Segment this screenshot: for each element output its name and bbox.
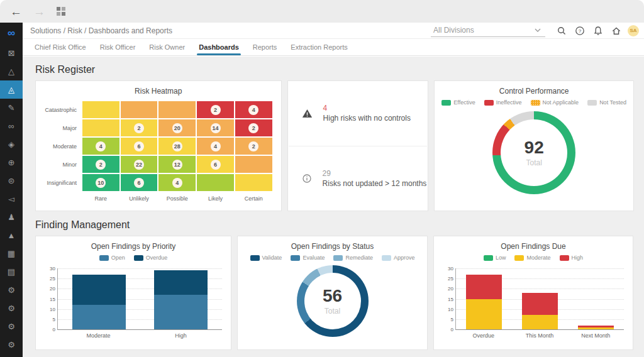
heatmap-cell[interactable]: 4 xyxy=(235,101,272,118)
y-tick-label: 0 xyxy=(437,327,453,332)
heatmap-cell[interactable] xyxy=(235,156,272,173)
heatmap-cell[interactable]: 2 xyxy=(197,101,234,118)
heatmap-cell[interactable]: 6 xyxy=(197,156,234,173)
app-sidebar: ∞⊠△◬✎∞◈⊕⊜◅♟▲▦▤⚙⚙⚙⚙ xyxy=(0,23,23,357)
sidebar-item-documents[interactable]: ▤ xyxy=(0,263,23,281)
help-icon[interactable]: ? xyxy=(575,26,585,36)
y-tick-label: 20 xyxy=(437,286,453,292)
sidebar-item-settings-3[interactable]: ⚙ xyxy=(0,317,23,336)
bar-high[interactable] xyxy=(154,268,208,329)
sidebar-item-globe[interactable]: ⊕ xyxy=(0,153,23,172)
bar-segment-moderate[interactable] xyxy=(466,299,502,330)
sidebar-item-infinity[interactable]: ∞ xyxy=(0,117,23,135)
legend-item-effective[interactable]: Effective xyxy=(441,99,475,106)
search-icon[interactable] xyxy=(557,26,567,36)
bar-segment-high[interactable] xyxy=(522,293,558,316)
heatmap-cell[interactable]: 20 xyxy=(158,119,196,136)
sidebar-item-diamond[interactable]: ◈ xyxy=(0,135,23,153)
breadcrumb[interactable]: Solutions / Risk / Dashboards and Report… xyxy=(23,26,172,35)
tab-chief-risk-office[interactable]: Chief Risk Office xyxy=(28,39,93,55)
heatmap-cell[interactable]: 2 xyxy=(82,156,119,173)
sidebar-item-triangle-outline[interactable]: △ xyxy=(0,62,23,80)
bar-overdue[interactable] xyxy=(466,268,502,329)
legend-item-remediate[interactable]: Remediate xyxy=(333,255,373,261)
sidebar-item-settings-2[interactable]: ⚙ xyxy=(0,299,23,317)
heatmap-cell[interactable]: 2 xyxy=(121,119,158,136)
legend-swatch xyxy=(514,255,524,261)
bar-moderate[interactable] xyxy=(72,268,126,329)
legend-item-open[interactable]: Open xyxy=(99,255,125,261)
bar-this-month[interactable] xyxy=(522,268,558,329)
stat-card-high-risks[interactable]: 4 High risks with no controls xyxy=(288,81,428,146)
bar-segment-overdue[interactable] xyxy=(154,270,208,295)
sidebar-item-edit-pencil[interactable]: ✎ xyxy=(0,99,23,117)
apps-grid-icon[interactable] xyxy=(57,7,65,16)
sidebar-item-warning-filled[interactable]: ▲ xyxy=(0,226,23,244)
legend-item-low[interactable]: Low xyxy=(484,255,506,261)
x-axis-label: Moderate xyxy=(57,332,140,339)
heatmap-cell[interactable] xyxy=(158,101,196,118)
heatmap-cell[interactable]: 28 xyxy=(158,138,196,155)
legend-item-overdue[interactable]: Overdue xyxy=(134,255,168,261)
heatmap-cell[interactable]: 12 xyxy=(158,156,196,173)
heatmap-col-label: Certain xyxy=(235,192,272,202)
sidebar-item-mail[interactable]: ⊠ xyxy=(0,44,23,62)
sidebar-item-logo[interactable]: ∞ xyxy=(0,23,23,44)
legend-item-validate[interactable]: Validate xyxy=(250,255,282,261)
heatmap-cell[interactable]: 6 xyxy=(121,138,158,155)
legend-item-not-tested[interactable]: Not Tested xyxy=(587,99,626,106)
documents-icon: ▤ xyxy=(8,267,15,277)
sidebar-item-risk-register[interactable]: ◬ xyxy=(0,80,23,99)
heatmap-cell[interactable] xyxy=(82,119,119,136)
bar-segment-high[interactable] xyxy=(466,275,502,299)
heatmap-cell[interactable] xyxy=(197,174,234,191)
bar-segment-open[interactable] xyxy=(154,295,208,329)
heatmap-cell[interactable]: 2 xyxy=(235,119,272,136)
sidebar-item-settings-1[interactable]: ⚙ xyxy=(0,281,23,299)
sidebar-item-megaphone[interactable]: ◅ xyxy=(0,190,23,208)
sidebar-item-building[interactable]: ▦ xyxy=(0,244,23,263)
bar-next-month[interactable] xyxy=(578,268,614,329)
legend-item-evaluate[interactable]: Evaluate xyxy=(291,255,325,261)
tab-extraction-reports[interactable]: Extraction Reports xyxy=(284,39,354,55)
tab-reports[interactable]: Reports xyxy=(246,39,284,55)
heatmap-cell[interactable]: 2 xyxy=(235,138,272,155)
bar-segment-overdue[interactable] xyxy=(72,275,126,305)
heatmap-cell[interactable]: 22 xyxy=(121,156,158,173)
heatmap-cell[interactable]: 4 xyxy=(82,138,119,155)
heatmap-cell[interactable]: 10 xyxy=(82,174,119,191)
control-performance-donut[interactable]: 92 Total xyxy=(492,111,575,194)
back-arrow-icon[interactable]: ← xyxy=(10,6,22,18)
panel-title: Control Performance xyxy=(435,87,633,96)
heatmap-cell[interactable] xyxy=(235,174,272,191)
home-icon[interactable] xyxy=(611,26,621,36)
tab-dashboards[interactable]: Dashboards xyxy=(192,39,246,55)
bar-segment-moderate[interactable] xyxy=(578,327,614,329)
heatmap-cell[interactable]: 4 xyxy=(158,174,196,191)
tab-risk-owner[interactable]: Risk Owner xyxy=(142,39,192,55)
legend-swatch xyxy=(382,255,391,261)
status-donut[interactable]: 56 Total xyxy=(297,265,369,337)
sidebar-item-person[interactable]: ♟ xyxy=(0,208,23,226)
notifications-bell-icon[interactable] xyxy=(593,26,603,36)
heatmap-cell[interactable]: 14 xyxy=(197,119,234,136)
sidebar-item-globe-grid[interactable]: ⊜ xyxy=(0,172,23,190)
heatmap-cell[interactable] xyxy=(82,101,119,118)
bar-segment-moderate[interactable] xyxy=(522,315,558,329)
legend-item-high[interactable]: High xyxy=(560,255,584,261)
user-avatar[interactable]: SA xyxy=(628,25,639,36)
stat-card-not-updated[interactable]: 29 Risks not updated > 12 months xyxy=(288,146,428,211)
sidebar-item-settings-4[interactable]: ⚙ xyxy=(0,336,23,354)
legend-item-approve[interactable]: Approve xyxy=(382,255,415,261)
division-selector[interactable]: All Divisions xyxy=(431,24,545,37)
legend-item-moderate[interactable]: Moderate xyxy=(514,255,550,261)
heatmap-cell[interactable]: 4 xyxy=(197,138,234,155)
forward-arrow-icon[interactable]: → xyxy=(33,6,45,18)
tab-risk-officer[interactable]: Risk Officer xyxy=(93,39,143,55)
legend-item-not-applicable[interactable]: Not Applicable xyxy=(531,99,579,106)
legend-item-ineffective[interactable]: Ineffective xyxy=(484,99,522,106)
heatmap-cell[interactable]: 6 xyxy=(121,174,158,191)
bar-segment-open[interactable] xyxy=(72,305,126,329)
heatmap-cell[interactable] xyxy=(121,101,158,118)
legend-label: Not Applicable xyxy=(543,99,579,106)
